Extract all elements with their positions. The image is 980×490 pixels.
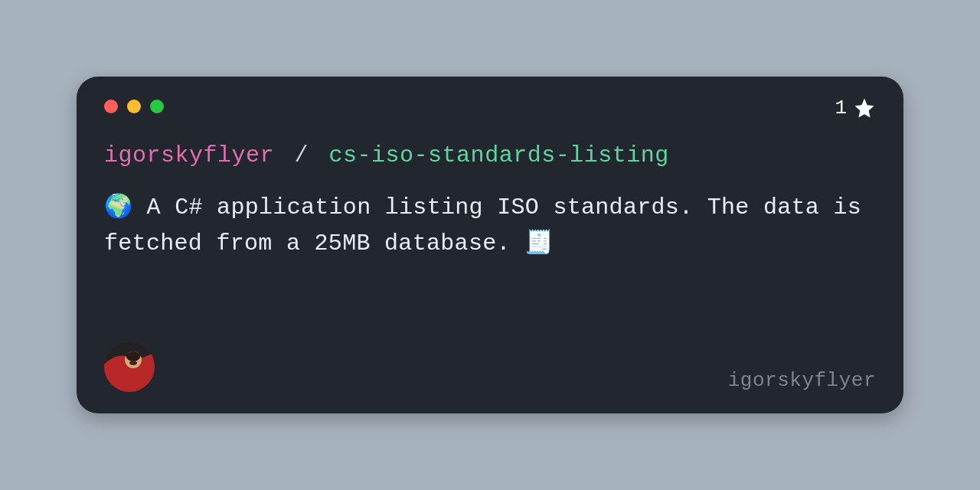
- watermark: igorskyflyer: [728, 369, 876, 392]
- star-count-value: 1: [835, 96, 847, 119]
- star-count: 1: [835, 96, 876, 119]
- minimize-icon[interactable]: [127, 100, 141, 113]
- repo-separator: /: [295, 142, 309, 168]
- close-icon[interactable]: [104, 100, 118, 113]
- repo-name[interactable]: cs-iso-standards-listing: [329, 142, 669, 168]
- repo-title: igorskyflyer / cs-iso-standards-listing: [104, 142, 876, 168]
- svg-point-3: [129, 358, 132, 360]
- maximize-icon[interactable]: [150, 100, 164, 113]
- star-icon: [853, 96, 876, 119]
- repo-card: 1 igorskyflyer / cs-iso-standards-listin…: [77, 77, 903, 413]
- avatar[interactable]: [104, 341, 155, 392]
- svg-point-4: [136, 358, 138, 360]
- svg-point-2: [129, 361, 137, 365]
- window-controls: [104, 100, 876, 113]
- repo-owner[interactable]: igorskyflyer: [104, 142, 274, 168]
- repo-description: 🌍 A C# application listing ISO standards…: [104, 190, 876, 261]
